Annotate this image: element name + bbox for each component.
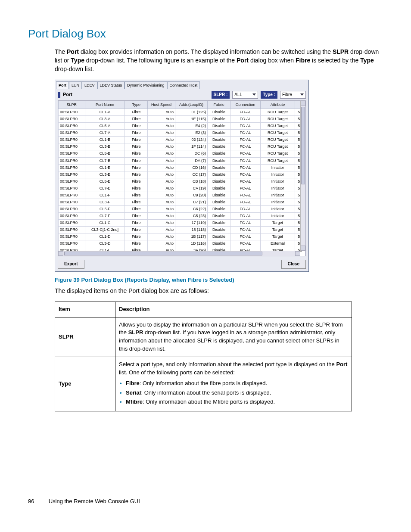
table-row[interactable]: 00:SLPR0CL3-DFibreAuto1D (116)DisableFC-… [59,240,305,247]
cell: Fibre [125,171,148,178]
cell: C9 (20) [175,192,208,199]
type-select[interactable]: Fibre [280,91,306,99]
table-row[interactable]: 00:SLPR0CL5-AFibreAutoE4 (2)DisableFC-AL… [59,123,305,130]
cell: 00:SLPR0 [59,116,85,123]
cell: 1F (114) [175,143,208,150]
cell: 1D (116) [175,240,208,247]
scroll-right-icon[interactable] [295,251,300,256]
text: Select a port type, and only information… [119,361,336,367]
col-header[interactable]: Attribute [261,101,295,109]
table-row[interactable]: 00:SLPR0CL7-BFibreAutoDA (7)DisableFC-AL… [59,157,305,164]
text: list. One of the following ports can be … [119,369,235,376]
export-button[interactable]: Export [58,260,84,269]
cell: CL1-E [85,164,125,171]
tab-connected-host[interactable]: Connected Host [167,81,200,89]
cell: Auto [148,212,175,219]
scroll-thumb[interactable] [301,107,305,184]
table-row[interactable]: 00:SLPR0CL3-FFibreAutoC7 (21)DisableFC-A… [59,199,305,205]
slpr-select[interactable]: ALL [232,91,258,99]
cell: Disable [207,212,230,219]
cell: Fibre [125,226,148,233]
cell: CL1-F [85,192,125,199]
cell: FC-AL [230,185,261,192]
table-row[interactable]: 00:SLPR0CL1-FFibreAutoC9 (20)DisableFC-A… [59,192,305,199]
table-row[interactable]: 00:SLPR0CL1-EFibreAutoCD (16)DisableFC-A… [59,164,305,171]
cell: Auto [148,233,175,240]
cell: 00:SLPR0 [59,150,85,157]
scroll-up-icon[interactable] [301,101,305,106]
cell: 18 (118) [175,226,208,233]
tab-port[interactable]: Port [56,81,69,89]
chevron-down-icon [252,93,256,96]
cell: 00:SLPR0 [59,109,85,116]
cell: Auto [148,219,175,226]
cell: Auto [148,137,175,143]
horizontal-scrollbar[interactable] [58,251,300,256]
col-header[interactable]: Fabric [207,101,230,109]
table-row[interactable]: 00:SLPR0CL1-DFibreAuto1B (117)DisableFC-… [59,233,305,240]
table-row[interactable]: 00:SLPR0CL5-FFibreAutoC6 (22)DisableFC-A… [59,205,305,212]
cell: FC-AL [230,233,261,240]
vertical-scrollbar[interactable] [300,101,305,251]
table-row[interactable]: 00:SLPR0CL1-CFibreAuto17 (119)DisableFC-… [59,219,305,226]
table-row[interactable]: 00:SLPR0CL5-EFibreAutoCB (18)DisableFC-A… [59,178,305,185]
bold: SLPR [128,329,143,336]
figure-caption: Figure 39 Port Dialog Box (Reports Displ… [55,276,383,284]
cell: RCU Target [261,137,295,143]
cell: FC-AL [230,164,261,171]
cell: Fibre [125,157,148,164]
bold: Fibre [126,380,140,386]
col-header[interactable]: Addr.(LoopID) [175,101,208,109]
table-row[interactable]: 00:SLPR0CL7-FFibreAutoC5 (23)DisableFC-A… [59,212,305,219]
intro-paragraph: The Port dialog box provides information… [55,47,383,74]
col-header[interactable]: Type [125,101,148,109]
table-row[interactable]: 00:SLPR0CL1-BFibreAuto02 (124)DisableFC-… [59,137,305,143]
col-header[interactable]: SLPR [59,101,85,109]
table-row[interactable]: 00:SLPR0CL1-AFibreAuto01 (125)DisableFC-… [59,109,305,116]
cell: CC (17) [175,171,208,178]
cell: External [261,240,295,247]
cell: CA (19) [175,185,208,192]
cell: CL1-B [85,137,125,143]
cell: Disable [207,150,230,157]
col-header[interactable]: Host Speed [148,101,175,109]
cell: Disable [207,226,230,233]
table-row[interactable]: 00:SLPR0CL3-EFibreAutoCC (17)DisableFC-A… [59,171,305,178]
cell: CL5-E [85,178,125,185]
cell: Disable [207,157,230,164]
col-header[interactable]: Connection [230,101,261,109]
tab-lun[interactable]: LUN [69,81,82,89]
table-row[interactable]: 00:SLPR0CL7-AFibreAutoE2 (3)DisableFC-AL… [59,130,305,137]
cell: 00:SLPR0 [59,130,85,137]
col-description: Description [115,302,352,317]
cell: CD (16) [175,164,208,171]
port-grid[interactable]: SLPRPort NameTypeHost SpeedAddr.(LoopID)… [58,101,305,256]
cell: FC-AL [230,212,261,219]
table-row[interactable]: 00:SLPR0CL3-BFibreAuto1F (114)DisableFC-… [59,143,305,150]
tab-bar: PortLUNLDEVLDEV StatusDynamic Provisioni… [55,80,308,89]
tab-dynamic-provisioning[interactable]: Dynamic Provisioning [125,81,167,89]
close-button[interactable]: Close [281,260,306,269]
cell: E4 (2) [175,123,208,130]
cell: CL3-D [85,240,125,247]
scroll-down-icon[interactable] [301,246,305,251]
table-row[interactable]: 00:SLPR0CL5-BFibreAutoDC (6)DisableFC-AL… [59,150,305,157]
scroll-left-icon[interactable] [58,251,63,256]
bold: Port [237,57,249,64]
tab-ldev-status[interactable]: LDEV Status [97,81,125,89]
cell: Target [261,233,295,240]
tab-ldev[interactable]: LDEV [82,81,97,89]
cell: Disable [207,185,230,192]
cell: CL3-F [85,199,125,205]
cell: FC-AL [230,116,261,123]
table-row[interactable]: 00:SLPR0CL3-AFibreAuto1E (115)DisableFC-… [59,116,305,123]
table-row[interactable]: 00:SLPR0CL7-EFibreAutoCA (19)DisableFC-A… [59,185,305,192]
col-header[interactable]: Port Name [85,101,125,109]
cell: Auto [148,109,175,116]
item-type: Type [55,357,115,411]
cell: Fibre [125,212,148,219]
desc-slpr: Allows you to display the information on… [115,317,352,357]
cell: Fibre [125,233,148,240]
scroll-thumb[interactable] [64,252,262,255]
table-row[interactable]: 00:SLPR0CL3-C[1-C 2nd]FibreAuto18 (118)D… [59,226,305,233]
